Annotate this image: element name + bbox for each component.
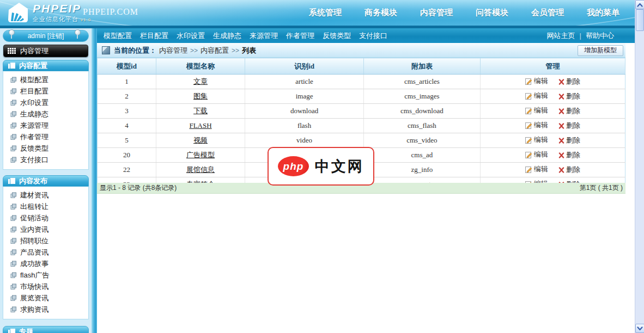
layers-icon	[10, 134, 17, 140]
delete-button[interactable]: 删除	[558, 91, 580, 101]
chevron-up-icon	[637, 3, 643, 7]
watermark-text: 中文网	[315, 157, 364, 176]
subnav-tab[interactable]: 模型配置	[104, 31, 132, 41]
subnav-tab[interactable]: 栏目配置	[140, 31, 168, 41]
sidebar-item[interactable]: 出租转让	[3, 201, 88, 212]
edit-button[interactable]: 编辑	[525, 120, 548, 130]
sidebar-item[interactable]: 来源管理	[3, 120, 88, 131]
layers-icon	[10, 272, 17, 279]
column-header-model-name: 模型名称	[156, 58, 245, 75]
scrollbar-thumb[interactable]	[636, 9, 644, 31]
model-name-link[interactable]: 视频	[193, 136, 208, 144]
top-nav-item[interactable]: 问答模块	[476, 8, 508, 18]
edit-button[interactable]: 编辑	[525, 106, 548, 115]
delete-button[interactable]: 删除	[558, 165, 580, 175]
sidebar-item[interactable]: 支付接口	[3, 154, 88, 165]
cell-ident-id: download	[245, 104, 364, 119]
sidebar-item[interactable]: 展览资讯	[3, 292, 88, 304]
sidebar-item[interactable]: 产品资讯	[3, 246, 88, 258]
breadcrumb-separator: >>	[232, 47, 239, 54]
php-logo-icon: php	[278, 156, 309, 176]
section-header-content-config[interactable]: 内容配置	[3, 60, 89, 71]
top-nav-item[interactable]: 我的菜单	[587, 8, 619, 18]
sidebar-item[interactable]: 水印设置	[3, 97, 88, 108]
subnav-tab[interactable]: 支付接口	[359, 31, 387, 41]
site-name: PHPEIP.COM	[83, 7, 138, 17]
breadcrumb-link-content-config[interactable]: 内容配置	[201, 46, 229, 55]
model-name-link[interactable]: 文章	[193, 77, 208, 85]
table-row: 1 文章 article cms_articles 编辑	[98, 75, 625, 89]
sidebar-item[interactable]: 招聘职位	[3, 235, 88, 246]
subnav-tab[interactable]: 作者管理	[286, 31, 314, 41]
help-center-link[interactable]: 帮助中心	[586, 31, 614, 41]
edit-icon	[525, 151, 532, 158]
section-header-topic[interactable]: 专题	[3, 326, 89, 333]
subnav-tab[interactable]: 水印设置	[177, 31, 205, 41]
edit-icon	[525, 166, 532, 173]
delete-button[interactable]: 删除	[558, 121, 580, 131]
module-title-bar[interactable]: 内容管理	[3, 45, 88, 57]
sidebar-item[interactable]: flash广告	[3, 269, 88, 281]
model-name-link[interactable]: 展馆信息	[186, 165, 215, 174]
edit-button[interactable]: 编辑	[525, 76, 548, 86]
cell-manage: 编辑 删除	[480, 133, 625, 148]
phpeip-admin-screen: PHPEIP 企业信息化平台 v1.0 PHPEIP.COM 系统管理 商务模块…	[0, 0, 644, 333]
sidebar-item[interactable]: 反馈类型	[3, 143, 88, 154]
cell-model-name: 展馆信息	[156, 163, 245, 177]
phpeip-logo-icon	[4, 2, 29, 23]
panel-icon	[8, 329, 15, 333]
column-header-ident-id: 识别id	[245, 58, 364, 75]
section-header-content-publish[interactable]: 内容发布	[3, 175, 89, 187]
layers-icon	[10, 261, 17, 267]
sidebar-item[interactable]: 生成静态	[3, 108, 88, 120]
top-nav-item[interactable]: 商务模块	[364, 8, 397, 18]
breadcrumb-separator: >>	[190, 47, 198, 54]
edit-button[interactable]: 编辑	[525, 135, 548, 145]
sidebar: admin [注销] 内容管理 内容配置	[0, 28, 92, 333]
layers-icon	[10, 100, 17, 106]
cell-model-name: 图集	[156, 89, 245, 104]
model-name-link[interactable]: 图集	[193, 92, 208, 100]
delete-button[interactable]: 删除	[558, 106, 580, 116]
vertical-scrollbar[interactable]	[635, 0, 644, 333]
sidebar-item[interactable]: 模型配置	[3, 74, 88, 85]
sidebar-item[interactable]: 促销活动	[3, 212, 88, 224]
cell-ident-id: video	[245, 133, 364, 148]
breadcrumb-link-content-manage[interactable]: 内容管理	[159, 46, 187, 55]
scroll-down-button[interactable]	[635, 324, 644, 333]
panel-splitter[interactable]	[92, 28, 97, 333]
delete-button[interactable]: 删除	[558, 135, 580, 145]
scroll-up-button[interactable]	[635, 0, 644, 9]
site-home-link[interactable]: 网站主页	[547, 31, 575, 41]
model-name-link[interactable]: FLASH	[189, 121, 211, 130]
cell-model-name: 广告模型	[156, 148, 245, 163]
grid-icon	[8, 48, 16, 54]
top-nav-item[interactable]: 内容管理	[420, 8, 453, 18]
layers-icon	[10, 306, 17, 313]
subnav-tab[interactable]: 反馈类型	[323, 31, 351, 41]
sidebar-item[interactable]: 成功故事	[3, 258, 88, 269]
edit-button[interactable]: 编辑	[525, 164, 548, 174]
admin-username: admin	[28, 32, 46, 40]
subnav-tab[interactable]: 生成静态	[213, 31, 241, 41]
pin-icon	[75, 29, 81, 35]
top-nav-item[interactable]: 会员管理	[531, 8, 564, 18]
subnav-tab[interactable]: 来源管理	[250, 31, 278, 41]
model-name-link[interactable]: 下载	[193, 107, 208, 115]
top-nav-item[interactable]: 系统管理	[309, 8, 342, 18]
model-name-link[interactable]: 广告模型	[186, 151, 215, 159]
edit-button[interactable]: 编辑	[525, 91, 548, 101]
edit-button[interactable]: 编辑	[525, 150, 548, 159]
delete-icon	[558, 167, 564, 173]
cell-attach-table: cms_flash	[363, 119, 480, 133]
sidebar-item[interactable]: 求购资讯	[3, 304, 88, 315]
sidebar-item[interactable]: 作者管理	[3, 131, 88, 143]
sidebar-item[interactable]: 栏目配置	[3, 85, 88, 97]
delete-button[interactable]: 删除	[558, 77, 580, 87]
logout-link[interactable]: [注销]	[47, 32, 64, 40]
add-model-button[interactable]: 增加新模型	[578, 45, 623, 56]
sidebar-item[interactable]: 建材资讯	[3, 189, 88, 201]
delete-button[interactable]: 删除	[558, 150, 580, 160]
sidebar-item[interactable]: 业内资讯	[3, 224, 88, 235]
sidebar-item[interactable]: 市场快讯	[3, 281, 88, 292]
